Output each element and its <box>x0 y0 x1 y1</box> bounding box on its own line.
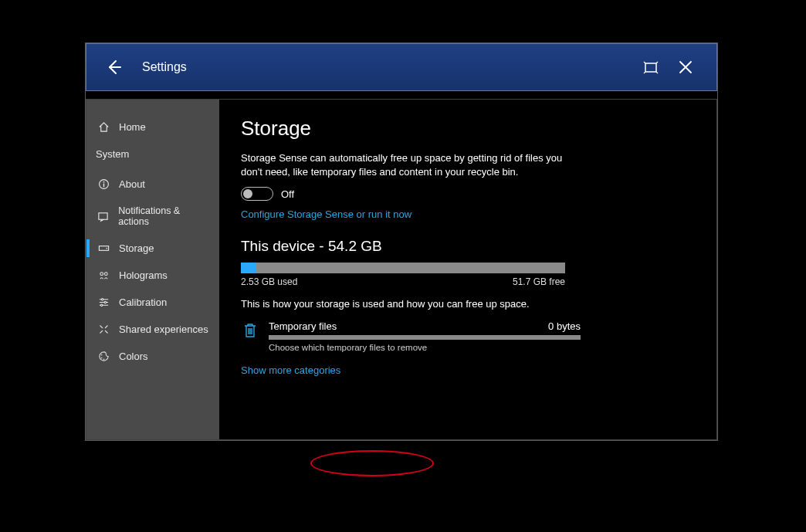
configure-storage-sense-link[interactable]: Configure Storage Sense or run it now <box>241 208 411 220</box>
close-icon <box>679 60 693 74</box>
sidebar-item-holograms[interactable]: Holograms <box>86 262 219 289</box>
svg-point-13 <box>100 357 102 359</box>
storage-used-label: 2.53 GB used <box>241 276 297 287</box>
category-name: Temporary files <box>269 320 337 332</box>
shared-experiences-icon <box>96 324 111 335</box>
storage-free-label: 51.7 GB free <box>513 276 565 287</box>
back-button[interactable] <box>100 53 128 81</box>
follow-me-icon <box>643 60 660 74</box>
storage-usage-help: This is how your storage is used and how… <box>241 298 695 310</box>
toggle-state-label: Off <box>281 188 294 200</box>
storage-usage-bar <box>241 263 565 273</box>
svg-rect-0 <box>645 63 656 72</box>
show-more-categories-link[interactable]: Show more categories <box>241 364 340 376</box>
storage-icon <box>96 242 111 254</box>
svg-rect-3 <box>103 184 103 188</box>
annotation-ellipse <box>310 450 434 476</box>
sidebar-item-notifications[interactable]: Notifications & actions <box>86 198 219 235</box>
follow-me-button[interactable] <box>635 53 669 81</box>
svg-point-2 <box>103 181 104 183</box>
sidebar-item-label: About <box>119 178 145 190</box>
sidebar-item-calibration[interactable]: Calibration <box>86 289 219 316</box>
trash-icon <box>241 320 259 339</box>
page-heading: Storage <box>241 117 695 141</box>
svg-point-11 <box>100 304 102 306</box>
sidebar-item-label: Holograms <box>119 269 168 281</box>
category-size: 0 bytes <box>548 320 581 332</box>
main-panel: Storage Storage Sense can automatically … <box>219 100 716 439</box>
sidebar-item-label: Home <box>119 121 146 133</box>
storage-sense-description: Storage Sense can automatically free up … <box>241 151 565 179</box>
colors-icon <box>96 351 111 362</box>
svg-point-6 <box>106 248 107 249</box>
storage-usage-bar-fill <box>241 263 256 273</box>
sidebar-item-storage[interactable]: Storage <box>86 235 219 262</box>
sidebar: Home System About Notifications & action… <box>86 100 219 439</box>
svg-point-8 <box>104 273 107 276</box>
sidebar-item-label: Storage <box>119 242 154 254</box>
category-help: Choose which temporary files to remove <box>269 343 581 352</box>
storage-sense-toggle[interactable] <box>241 187 273 201</box>
calibration-icon <box>96 296 111 308</box>
close-button[interactable] <box>669 53 703 81</box>
svg-point-12 <box>100 354 102 356</box>
sidebar-item-about[interactable]: About <box>86 171 219 198</box>
sidebar-item-shared-experiences[interactable]: Shared experiences <box>86 316 219 343</box>
storage-category-temporary-files[interactable]: Temporary files 0 bytes Choose which tem… <box>241 320 581 352</box>
window-title: Settings <box>142 60 187 74</box>
svg-point-10 <box>104 301 106 303</box>
info-icon <box>96 178 111 190</box>
category-usage-bar <box>269 335 581 340</box>
titlebar: Settings <box>86 43 717 91</box>
sidebar-item-colors[interactable]: Colors <box>86 343 219 370</box>
notifications-icon <box>96 211 110 222</box>
sidebar-item-label: Shared experiences <box>119 324 208 335</box>
content-area: Home System About Notifications & action… <box>86 99 717 440</box>
home-icon <box>96 121 111 133</box>
svg-rect-4 <box>99 212 107 219</box>
sidebar-item-label: Notifications & actions <box>118 205 210 227</box>
holograms-icon <box>96 269 111 281</box>
svg-point-14 <box>103 359 104 361</box>
sidebar-item-label: Colors <box>119 351 148 362</box>
settings-window: Settings Home System <box>85 42 718 441</box>
arrow-left-icon <box>105 58 124 76</box>
svg-point-9 <box>101 299 103 300</box>
svg-point-7 <box>100 273 103 276</box>
device-heading: This device - 54.2 GB <box>241 238 695 255</box>
sidebar-item-home[interactable]: Home <box>86 114 219 141</box>
sidebar-section-header: System <box>86 141 219 171</box>
toggle-knob <box>243 189 252 198</box>
sidebar-item-label: Calibration <box>119 296 167 308</box>
